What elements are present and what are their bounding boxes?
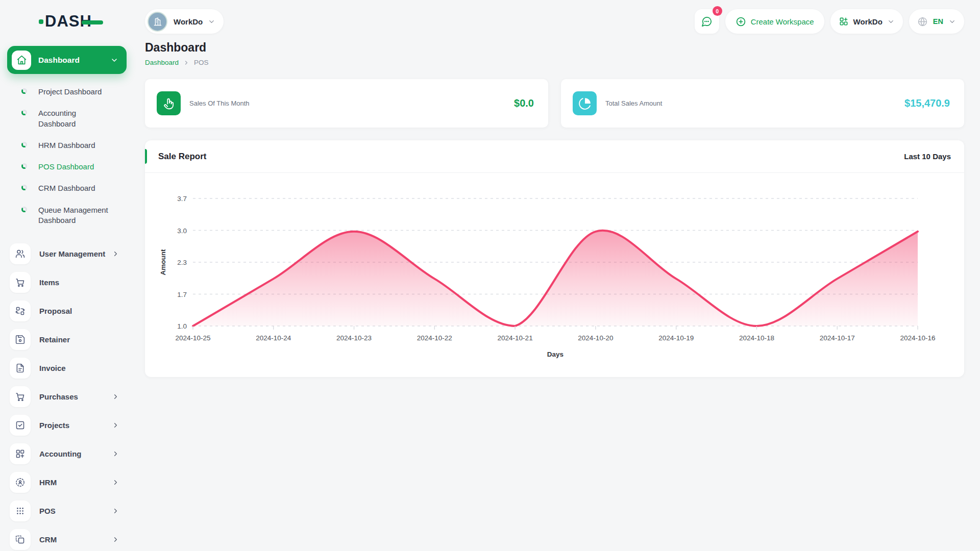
sidebar-menu: User Management Items Proposal Retainer … — [7, 236, 127, 551]
sidebar-item-project-dashboard[interactable]: Project Dashboard — [7, 81, 127, 103]
sidebar-item-crm-dashboard[interactable]: CRM Dashboard — [7, 178, 127, 199]
svg-text:2024-10-20: 2024-10-20 — [578, 334, 613, 342]
stat-value: $0.0 — [514, 97, 534, 109]
sale-report-header: Sale Report Last 10 Days — [145, 140, 964, 173]
sidebar-item-label: Proposal — [39, 307, 127, 315]
sidebar-item-invoice[interactable]: Invoice — [7, 354, 127, 382]
sidebar-item-label: Purchases — [39, 392, 112, 401]
stats-row: Sales Of This Month $0.0 Total Sales Amo… — [145, 79, 964, 128]
sidebar-item-label: Items — [39, 278, 127, 287]
cart-icon — [10, 386, 31, 407]
plus-circle-icon — [736, 16, 746, 27]
breadcrumb-pos: POS — [194, 59, 209, 66]
workdo-menu-label: WorkDo — [853, 17, 883, 26]
breadcrumb: DashboardPOS — [145, 59, 964, 66]
bullet-icon — [21, 207, 27, 212]
pos-icon — [10, 500, 31, 521]
stat-value: $15,470.9 — [904, 97, 950, 109]
building-icon — [148, 12, 167, 32]
chevron-right-icon — [112, 507, 119, 515]
bullet-icon — [21, 88, 27, 94]
sidebar-item-hrm[interactable]: HRM — [7, 468, 127, 496]
sidebar-item-label: Project Dashboard — [38, 87, 102, 97]
sidebar: DASH Dashboard Project Dashboard Account… — [0, 0, 134, 551]
svg-text:2024-10-16: 2024-10-16 — [900, 334, 935, 342]
grid-plus-icon — [839, 16, 849, 27]
sidebar-item-items[interactable]: Items — [7, 268, 127, 296]
sidebar-item-accounting[interactable]: Accounting — [7, 439, 127, 468]
sidebar-item-label: User Management — [39, 249, 112, 258]
sidebar-item-queue-management-dashboard[interactable]: Queue Management Dashboard — [7, 199, 127, 232]
chevron-right-icon — [183, 60, 189, 66]
sidebar-item-label: POS Dashboard — [38, 162, 94, 172]
sidebar-item-dashboard[interactable]: Dashboard — [7, 46, 127, 74]
chevron-right-icon — [112, 536, 119, 543]
sidebar-item-label: Accounting Dashboard — [38, 108, 115, 129]
stat-label: Sales Of This Month — [189, 99, 514, 107]
sidebar-item-label: HRM — [39, 478, 112, 487]
app-logo[interactable]: DASH — [39, 12, 127, 31]
invoice-icon — [10, 358, 31, 379]
sidebar-item-pos[interactable]: POS — [7, 496, 127, 525]
language-code: EN — [933, 17, 943, 26]
sale-report-chart: 1.01.72.33.03.72024-10-252024-10-242024-… — [145, 173, 964, 377]
workdo-menu-button[interactable]: WorkDo — [830, 9, 903, 34]
chevron-down-icon — [110, 56, 118, 64]
sidebar-item-user-management[interactable]: User Management — [7, 239, 127, 268]
workspace-selector[interactable]: WorkDo — [145, 9, 224, 34]
svg-text:2024-10-23: 2024-10-23 — [336, 334, 372, 342]
topbar: WorkDo 0 Create Workspace WorkDo — [134, 0, 980, 38]
sidebar-item-label: Retainer — [39, 335, 127, 344]
chevron-right-icon — [112, 479, 119, 486]
sale-report-range-label: Last 10 Days — [904, 152, 951, 161]
sale-report-title: Sale Report — [158, 152, 206, 162]
main-content: Dashboard DashboardPOS Sales Of This Mon… — [134, 38, 980, 377]
globe-icon — [917, 16, 928, 27]
logo-dash-icon — [82, 20, 103, 24]
logo-dot-icon — [39, 19, 43, 24]
hrm-icon — [10, 472, 31, 493]
sidebar-item-crm[interactable]: CRM — [7, 525, 127, 551]
svg-text:2024-10-17: 2024-10-17 — [820, 334, 855, 342]
svg-text:2024-10-21: 2024-10-21 — [498, 334, 533, 342]
sidebar-item-hrm-dashboard[interactable]: HRM Dashboard — [7, 135, 127, 156]
bullet-icon — [21, 110, 27, 115]
svg-text:Amount: Amount — [159, 249, 167, 275]
language-selector[interactable]: EN — [909, 9, 964, 34]
bullet-icon — [21, 163, 27, 169]
svg-text:2024-10-24: 2024-10-24 — [256, 334, 291, 342]
pie-chart-icon — [573, 91, 597, 115]
stat-card-sales-of-this-month: Sales Of This Month $0.0 — [145, 79, 548, 128]
retainer-icon — [10, 329, 31, 350]
svg-text:2.3: 2.3 — [177, 259, 187, 266]
chat-icon — [701, 16, 713, 28]
sidebar-item-label: Projects — [39, 421, 112, 430]
sidebar-item-retainer[interactable]: Retainer — [7, 325, 127, 354]
sidebar-item-accounting-dashboard[interactable]: Accounting Dashboard — [7, 103, 127, 135]
sidebar-item-label: CRM — [39, 535, 112, 544]
create-workspace-button[interactable]: Create Workspace — [725, 9, 824, 34]
svg-text:Days: Days — [547, 350, 564, 358]
svg-text:2024-10-22: 2024-10-22 — [417, 334, 452, 342]
svg-text:1.0: 1.0 — [177, 322, 187, 330]
sidebar-item-pos-dashboard[interactable]: POS Dashboard — [7, 156, 127, 178]
bullet-icon — [21, 185, 27, 190]
sidebar-item-projects[interactable]: Projects — [7, 411, 127, 439]
dashboard-submenu: Project Dashboard Accounting Dashboard H… — [7, 74, 127, 236]
chevron-down-icon — [208, 18, 215, 26]
chevron-right-icon — [112, 421, 119, 429]
sidebar-item-label: Queue Management Dashboard — [38, 205, 115, 226]
sale-report-card: Sale Report Last 10 Days 1.01.72.33.03.7… — [145, 140, 964, 377]
svg-text:1.7: 1.7 — [177, 291, 187, 298]
svg-text:2024-10-25: 2024-10-25 — [175, 334, 210, 342]
messages-button[interactable]: 0 — [695, 9, 719, 34]
sidebar-item-purchases[interactable]: Purchases — [7, 382, 127, 411]
messages-count-badge: 0 — [713, 6, 722, 16]
chevron-right-icon — [112, 393, 119, 400]
sidebar-item-proposal[interactable]: Proposal — [7, 296, 127, 325]
svg-text:2024-10-18: 2024-10-18 — [739, 334, 774, 342]
breadcrumb-dashboard[interactable]: Dashboard — [145, 59, 179, 66]
sidebar-group-label: Dashboard — [38, 56, 110, 65]
chevron-down-icon — [948, 18, 956, 26]
users-icon — [10, 243, 31, 264]
